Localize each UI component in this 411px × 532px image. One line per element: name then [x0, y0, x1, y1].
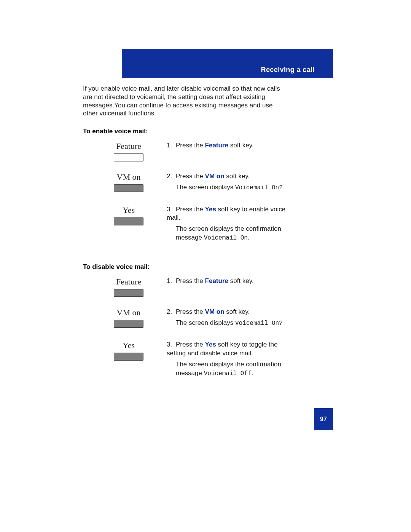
step-number: 3. — [167, 205, 176, 214]
enable-step-2: VM on 2.Press the VM on soft key. The sc… — [106, 170, 288, 203]
softkey-yes: Yes — [106, 205, 151, 225]
step-number: 2. — [167, 172, 176, 181]
enable-heading: To enable voice mail: — [83, 128, 288, 135]
result-prefix: The screen displays — [176, 319, 235, 326]
disable-steps: Feature 1.Press the Feature soft key. VM… — [106, 275, 288, 389]
softkey-name: Yes — [205, 341, 216, 348]
result-suffix: . — [248, 234, 250, 241]
step-number: 3. — [167, 340, 176, 349]
screen-message: Voicemail On? — [235, 320, 283, 327]
softkey-button-icon — [114, 217, 143, 225]
disable-step-2: VM on 2.Press the VM on soft key. The sc… — [106, 305, 288, 339]
enable-step-1: Feature 1.Press the Feature soft key. — [106, 139, 288, 170]
softkey-button-icon — [114, 153, 143, 161]
step-prefix: Press the — [176, 277, 205, 284]
step-text: 1.Press the Feature soft key. — [151, 141, 288, 152]
softkey-label: Feature — [106, 141, 151, 151]
softkey-button-icon — [114, 289, 143, 297]
screen-message: Voicemail Off — [204, 370, 252, 377]
softkey-button-icon — [114, 320, 143, 328]
step-text: 3.Press the Yes soft key to enable voice… — [151, 205, 288, 245]
step-suffix: soft key. — [225, 173, 250, 180]
step-suffix: soft key. — [228, 277, 254, 284]
enable-step-3: Yes 3.Press the Yes soft key to enable v… — [106, 203, 288, 253]
step-text: 2.Press the VM on soft key. The screen d… — [151, 172, 288, 195]
result-prefix: The screen displays — [176, 184, 235, 191]
softkey-label: Yes — [106, 340, 151, 350]
page-number-value: 97 — [320, 416, 327, 423]
step-number: 1. — [167, 277, 176, 286]
softkey-yes: Yes — [106, 340, 151, 361]
step-text: 2.Press the VM on soft key. The screen d… — [151, 308, 288, 330]
step-suffix: soft key. — [225, 308, 250, 315]
disable-step-3: Yes 3.Press the Yes soft key to toggle t… — [106, 338, 288, 388]
step-prefix: Press the — [176, 341, 205, 348]
step-prefix: Press the — [176, 308, 205, 315]
result-suffix: . — [252, 369, 253, 377]
step-suffix: soft key. — [228, 142, 254, 149]
step-prefix: Press the — [176, 173, 205, 180]
step-number: 2. — [167, 308, 176, 316]
step-prefix: Press the — [176, 206, 205, 213]
softkey-name: VM on — [205, 173, 225, 180]
page-number: 97 — [314, 408, 333, 430]
step-text: 3.Press the Yes soft key to toggle the s… — [151, 340, 288, 380]
softkey-button-icon — [114, 184, 143, 192]
screen-message: Voicemail On — [204, 235, 248, 241]
softkey-label: VM on — [106, 172, 151, 182]
step-prefix: Press the — [176, 142, 205, 149]
softkey-button-icon — [114, 353, 143, 361]
intro-paragraph: If you enable voice mail, and later disa… — [83, 85, 288, 118]
header-title: Receiving a call — [261, 66, 315, 74]
document-page: Receiving a call If you enable voice mai… — [0, 0, 411, 532]
disable-heading: To disable voice mail: — [83, 263, 288, 271]
softkey-label: Feature — [106, 277, 151, 287]
softkey-name: Feature — [205, 142, 228, 149]
screen-message: Voicemail On? — [235, 184, 283, 191]
softkey-feature: Feature — [106, 141, 151, 161]
enable-steps: Feature 1.Press the Feature soft key. VM… — [106, 139, 288, 253]
softkey-label: Yes — [106, 205, 151, 215]
page-content: If you enable voice mail, and later disa… — [83, 85, 288, 389]
step-number: 1. — [167, 141, 176, 150]
softkey-name: Feature — [205, 277, 228, 284]
softkey-name: VM on — [205, 308, 225, 315]
softkey-name: Yes — [205, 206, 216, 213]
softkey-feature: Feature — [106, 277, 151, 297]
softkey-label: VM on — [106, 308, 151, 318]
step-text: 1.Press the Feature soft key. — [151, 277, 288, 288]
header-band: Receiving a call — [122, 49, 333, 78]
disable-step-1: Feature 1.Press the Feature soft key. — [106, 275, 288, 305]
softkey-vm-on: VM on — [106, 308, 151, 328]
softkey-vm-on: VM on — [106, 172, 151, 192]
